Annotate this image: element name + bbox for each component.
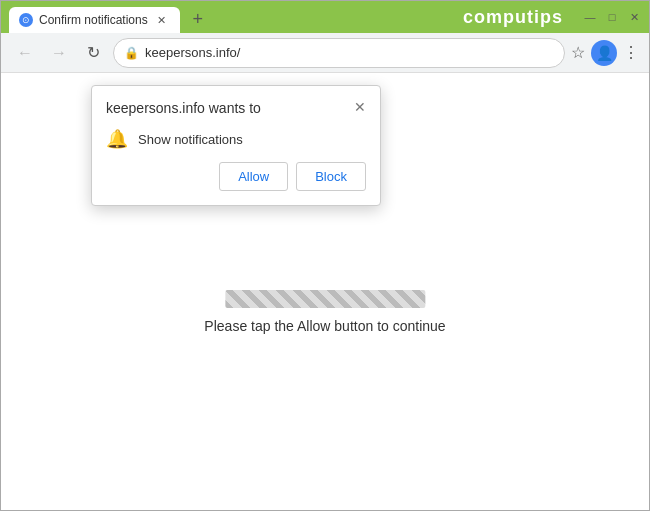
notification-popup: keepersons.info wants to ✕ 🔔 Show notifi… — [91, 85, 381, 206]
tab-title: Confirm notifications — [39, 13, 148, 27]
brand-name: computips — [463, 7, 563, 28]
window-controls: — □ ✕ — [583, 10, 641, 24]
maximize-button[interactable]: □ — [605, 10, 619, 24]
page-content: Please tap the Allow button to continue — [204, 290, 445, 334]
toolbar: ← → ↻ 🔒 keepersons.info/ ☆ 👤 ⋮ — [1, 33, 649, 73]
new-tab-button[interactable]: + — [184, 5, 212, 33]
browser-window: ⊙ Confirm notifications ✕ + computips — … — [0, 0, 650, 511]
minimize-button[interactable]: — — [583, 10, 597, 24]
reload-button[interactable]: ↻ — [79, 39, 107, 67]
browser-content: keepersons.info wants to ✕ 🔔 Show notifi… — [1, 73, 649, 510]
forward-button[interactable]: → — [45, 39, 73, 67]
address-bar[interactable]: 🔒 keepersons.info/ — [113, 38, 565, 68]
page-instruction: Please tap the Allow button to continue — [204, 318, 445, 334]
popup-body: 🔔 Show notifications — [92, 124, 380, 162]
popup-actions: Allow Block — [92, 162, 380, 205]
profile-avatar[interactable]: 👤 — [591, 40, 617, 66]
popup-title: keepersons.info wants to — [106, 100, 261, 116]
show-notifications-label: Show notifications — [138, 132, 243, 147]
allow-button[interactable]: Allow — [219, 162, 288, 191]
progress-bar — [225, 290, 425, 308]
tab-area: ⊙ Confirm notifications ✕ + — [9, 1, 463, 33]
bell-icon: 🔔 — [106, 128, 128, 150]
url-text: keepersons.info/ — [145, 45, 554, 60]
lock-icon: 🔒 — [124, 46, 139, 60]
active-tab[interactable]: ⊙ Confirm notifications ✕ — [9, 7, 180, 33]
popup-header: keepersons.info wants to ✕ — [92, 86, 380, 124]
popup-close-button[interactable]: ✕ — [354, 100, 366, 114]
bookmark-icon[interactable]: ☆ — [571, 43, 585, 62]
browser-menu-icon[interactable]: ⋮ — [623, 43, 639, 62]
block-button[interactable]: Block — [296, 162, 366, 191]
close-button[interactable]: ✕ — [627, 10, 641, 24]
tab-favicon: ⊙ — [19, 13, 33, 27]
tab-close-button[interactable]: ✕ — [154, 12, 170, 28]
title-bar: ⊙ Confirm notifications ✕ + computips — … — [1, 1, 649, 33]
back-button[interactable]: ← — [11, 39, 39, 67]
